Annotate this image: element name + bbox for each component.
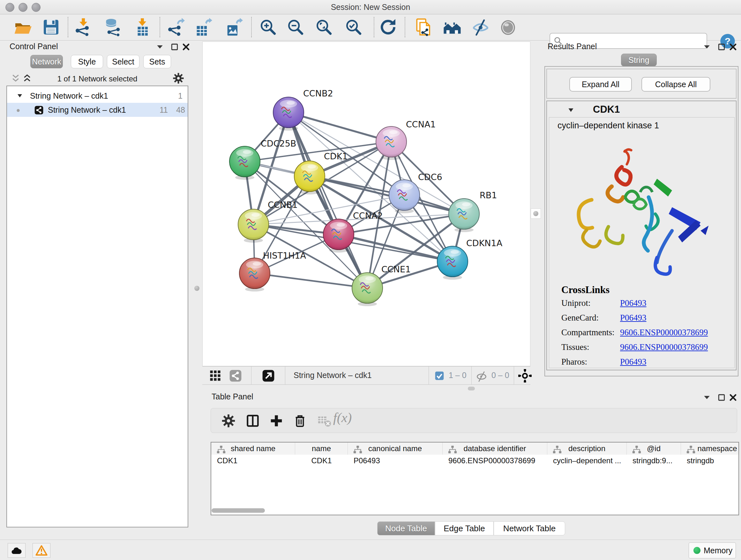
tab-select[interactable]: Select (107, 55, 139, 68)
memory-status-dot-icon (693, 547, 700, 554)
crosslink-label: Tissues: (561, 342, 590, 352)
export-table-icon[interactable] (194, 18, 212, 37)
column-tree-icon (629, 444, 639, 453)
network-edge-HIST1H1A-CCNE1[interactable] (255, 273, 367, 288)
detach-view-icon[interactable] (261, 369, 275, 383)
toolbar-separator (374, 17, 374, 37)
birdseye-grid-icon[interactable] (208, 369, 222, 383)
network-edge-CCNB2-CCNE1[interactable] (288, 112, 367, 288)
first-neighbors-icon[interactable] (443, 18, 461, 37)
table-cell[interactable]: stringdb (681, 455, 739, 467)
warning-icon[interactable] (32, 543, 51, 558)
fit-crosshair-icon[interactable] (518, 369, 532, 382)
column-header-canonical-name[interactable]: canonical name (348, 442, 443, 455)
tab-sets[interactable]: Sets (143, 55, 171, 68)
cloud-icon[interactable] (8, 543, 25, 558)
tab-string[interactable]: String (621, 54, 657, 66)
column-tree-icon (684, 444, 693, 453)
column-header--id[interactable]: @id (627, 442, 681, 455)
network-node-label-CDC6: CDC6 (418, 172, 442, 182)
show-columns-icon[interactable] (246, 414, 260, 428)
zoom-selected-icon[interactable] (344, 18, 363, 37)
crosslink-label: Uniprot: (561, 298, 591, 308)
gene-section: CDK1 cyclin–dependent kinase 1 (546, 101, 737, 370)
table-panel-menu-icon[interactable] (702, 393, 712, 402)
memory-label: Memory (704, 546, 732, 555)
crosslink-value[interactable]: P06493 (620, 313, 647, 323)
column-header-name[interactable]: name (295, 442, 348, 455)
network-canvas[interactable]: CCNB2CCNA1CDC25BCDK1CDC6RB1CCNB1CCNA2CDK… (202, 42, 530, 366)
add-column-icon[interactable] (269, 414, 284, 428)
selected-checkbox-icon[interactable] (434, 371, 445, 381)
section-collapse-icon[interactable] (567, 106, 575, 114)
delete-column-trash-icon[interactable] (293, 414, 307, 428)
zoom-fit-icon[interactable] (315, 18, 333, 37)
toolbar-divider (514, 367, 514, 384)
table-cell[interactable]: CDK1 (211, 455, 295, 467)
network-edge-CCNB2-CCNA1[interactable] (288, 112, 391, 142)
table-cell[interactable]: 9606.ENSP00000378699 (443, 455, 547, 467)
import-table-icon[interactable] (133, 18, 151, 37)
table-cell[interactable]: stringdb:9... (627, 455, 681, 467)
crosslink-value[interactable]: 9606.ENSP00000378699 (620, 342, 708, 352)
crosslink-value[interactable]: 9606.ENSP00000378699 (620, 327, 708, 337)
bottom-splitter-handle[interactable] (468, 387, 475, 390)
results-panel-close-icon[interactable] (728, 42, 738, 52)
import-network-icon[interactable] (74, 18, 92, 37)
tab-node-table[interactable]: Node Table (377, 521, 435, 536)
control-panel-float-icon[interactable] (170, 42, 179, 52)
right-splitter-handle[interactable] (531, 208, 541, 219)
crosslinks-list: Uniprot:P06493GeneCard:P06493Compartment… (549, 298, 735, 375)
column-header-shared-name[interactable]: shared name (211, 442, 295, 455)
network-collection-row[interactable]: String Network – cdk1 1 (7, 89, 188, 103)
crosslink-label: GeneCard: (561, 313, 599, 323)
column-header-namespace[interactable]: namespace (681, 442, 739, 455)
tab-network[interactable]: Network (30, 55, 63, 68)
memory-button[interactable]: Memory (689, 543, 736, 558)
table-cell[interactable]: CDK1 (295, 455, 348, 467)
table-settings-gear-icon[interactable] (221, 414, 236, 428)
main-toolbar: ? (0, 14, 741, 41)
hide-selected-icon[interactable] (471, 18, 490, 37)
column-header-description[interactable]: description (547, 442, 627, 455)
column-tree-icon (550, 444, 559, 453)
control-panel-menu-icon[interactable] (155, 42, 165, 52)
crosslink-value[interactable]: P06493 (620, 298, 647, 308)
collapse-all-button[interactable]: Collapse All (642, 77, 711, 91)
network-row-selected[interactable]: String Network – cdk1 11 48 (7, 103, 188, 117)
expand-all-button[interactable]: Expand All (569, 77, 632, 91)
network-options-gear-icon[interactable] (172, 72, 185, 84)
crosslink-value[interactable]: P06493 (620, 357, 647, 367)
tab-edge-table[interactable]: Edge Table (435, 521, 494, 536)
table-cell[interactable]: P06493 (348, 455, 443, 467)
results-panel-menu-icon[interactable] (702, 42, 712, 52)
save-session-icon[interactable] (42, 18, 60, 37)
zoom-out-icon[interactable] (286, 18, 305, 37)
import-database-icon[interactable] (104, 18, 122, 37)
table-panel-close-icon[interactable] (728, 393, 738, 402)
collapse-triangle-icon[interactable] (16, 92, 23, 100)
export-network-icon[interactable] (166, 18, 185, 37)
application-window: Session: New Session ? Control Panel Net… (0, 0, 741, 560)
table-row[interactable]: CDK1CDK1P064939606.ENSP00000378699cyclin… (211, 455, 739, 467)
open-session-icon[interactable] (13, 18, 32, 37)
network-node-label-CDC25B: CDC25B (261, 138, 296, 148)
network-share-icon[interactable] (228, 369, 243, 383)
column-header-database-identifier[interactable]: database identifier (443, 442, 547, 455)
tab-network-table[interactable]: Network Table (494, 521, 565, 536)
control-panel-close-icon[interactable] (181, 42, 191, 52)
results-panel-float-icon[interactable] (717, 42, 726, 52)
left-splitter-handle[interactable] (193, 284, 201, 293)
table-panel-float-icon[interactable] (717, 393, 726, 402)
show-all-icon[interactable] (499, 18, 517, 37)
refresh-icon[interactable] (379, 18, 397, 37)
duplicate-network-icon[interactable] (414, 18, 433, 37)
network-node-label-CDKN1A: CDKN1A (466, 238, 502, 248)
export-image-icon[interactable] (224, 18, 243, 37)
zoom-in-icon[interactable] (259, 18, 277, 37)
hidden-eye-slash-icon[interactable] (475, 370, 488, 382)
table-cell[interactable]: cyclin–dependent ... (547, 455, 627, 467)
horizontal-scrollbar-thumb[interactable] (212, 508, 265, 513)
network-view-title: String Network – cdk1 (293, 371, 372, 380)
tab-style[interactable]: Style (71, 55, 103, 68)
